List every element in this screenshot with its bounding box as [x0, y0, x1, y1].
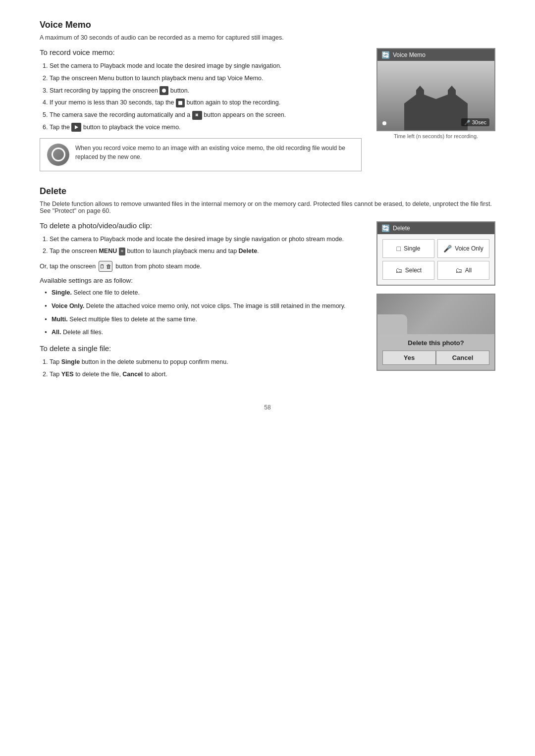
confirm-overlay: Delete this photo? Yes Cancel	[377, 334, 494, 370]
delete-ui: 🔄 Delete □ Single 🎤 Voice Only 🗂 Select	[376, 221, 495, 286]
delete-right: 🔄 Delete □ Single 🎤 Voice Only 🗂 Select	[376, 221, 495, 384]
mic-icon: 🎤	[464, 120, 470, 125]
delete-intro: The Delete function allows to remove unw…	[40, 201, 495, 214]
mic-btn-icon: 🎤	[443, 245, 452, 252]
delete-step-1-text: Set the camera to Playback mode and loca…	[50, 236, 344, 243]
select-icon: 🗂	[395, 266, 402, 274]
option-all-btn[interactable]: 🗂 All	[437, 261, 489, 280]
note-box: When you record voice memo to an image w…	[40, 138, 362, 171]
confirm-question: Delete this photo?	[382, 339, 489, 347]
delete-header-icon: 🔄	[381, 224, 390, 232]
confirm-buttons: Yes Cancel	[382, 351, 489, 365]
confirm-ui: Delete this photo? Yes Cancel	[376, 294, 495, 371]
vm-caption: Time left (n seconds) for recording.	[376, 131, 495, 141]
step-5-text: The camera save the recording automatica…	[50, 111, 286, 118]
step-6-text: Tap the button to playback the voice mem…	[50, 124, 181, 131]
trash-bin-icon: 🗑	[106, 263, 111, 269]
cancel-label: Cancel	[122, 371, 143, 378]
voice-memo-intro: A maximum of 30 seconds of audio can be …	[40, 34, 495, 41]
delete-ui-header: 🔄 Delete	[377, 222, 494, 234]
single-step-1-text: Tap Single button in the delete submenu …	[50, 358, 228, 365]
vm-mic-dot	[382, 121, 386, 125]
menu-label: MENU	[99, 248, 117, 254]
step-3-text: Start recording by tapping the onscreen …	[50, 87, 189, 94]
or-tap-line: Or, tap the onscreen 🗒 🗑 button from pho…	[40, 261, 362, 272]
option-all-desc: Delete all files.	[63, 329, 103, 336]
all-btn-label: All	[465, 267, 472, 274]
select-btn-label: Select	[405, 267, 422, 274]
option-single-label: Single.	[52, 289, 72, 296]
record-title: To record voice memo:	[40, 48, 362, 56]
or-tap-suffix: button from photo steam mode.	[115, 263, 202, 270]
available-settings-title: Available settings are as follow:	[40, 277, 362, 284]
step-1-text: Set the camera to Playback mode and loca…	[50, 62, 281, 69]
page-number: 58	[40, 404, 495, 411]
voice-memo-title: Voice Memo	[40, 20, 495, 30]
voice-only-btn-label: Voice Only	[455, 245, 483, 252]
option-multi-desc: Select multiple files to delete at the s…	[69, 316, 197, 323]
option-voice-only-btn[interactable]: 🎤 Voice Only	[437, 239, 489, 258]
voice-memo-ui: 🔄 Voice Memo 🎤 30sec Time left (n second…	[376, 48, 495, 171]
delete-title: Delete	[40, 186, 495, 197]
single-icon: □	[397, 245, 401, 252]
timer-text: 30sec	[472, 119, 486, 125]
single-step-2: Tap YES to delete the file, Cancel to ab…	[50, 370, 362, 379]
menu-icon: ≡	[119, 248, 125, 255]
step-4-text: If your memo is less than 30 seconds, ta…	[50, 99, 280, 106]
option-select-btn[interactable]: 🗂 Select	[382, 261, 434, 280]
step-3: Start recording by tapping the onscreen …	[50, 86, 362, 96]
option-single-btn[interactable]: □ Single	[382, 239, 434, 258]
voice-memo-content: To record voice memo: Set the camera to …	[40, 48, 495, 171]
step-1: Set the camera to Playback mode and loca…	[50, 61, 362, 71]
single-step-1: Tap Single button in the delete submenu …	[50, 357, 362, 367]
step-6: Tap the button to playback the voice mem…	[50, 123, 362, 132]
delete-header-label: Delete	[393, 225, 410, 232]
delete-photo-title: To delete a photo/video/audio clip:	[40, 221, 362, 230]
option-single: Single. Select one file to delete.	[45, 288, 362, 298]
yes-button[interactable]: Yes	[382, 351, 436, 365]
delete-content: To delete a photo/video/audio clip: Set …	[40, 221, 495, 384]
delete-step-2-text: Tap the onscreen MENU ≡ button to launch…	[50, 248, 259, 254]
or-tap-text: Or, tap the onscreen	[40, 263, 96, 270]
option-single-desc: Select one file to delete.	[73, 289, 139, 296]
step-5: The camera save the recording automatica…	[50, 110, 362, 120]
save-icon: ▣	[192, 111, 202, 120]
vm-header: 🔄 Voice Memo	[377, 49, 494, 61]
play-icon	[71, 123, 81, 132]
delete-left: To delete a photo/video/audio clip: Set …	[40, 221, 362, 384]
delete-section: Delete The Delete function allows to rem…	[40, 186, 495, 384]
delete-step-1: Set the camera to Playback mode and loca…	[50, 235, 362, 244]
vm-header-label: Voice Memo	[393, 51, 426, 58]
note-camera-icon	[47, 144, 69, 166]
delete-step-2: Tap the onscreen MENU ≡ button to launch…	[50, 247, 362, 256]
option-multi-label: Multi.	[52, 316, 68, 323]
vm-timer: 🎤 30sec	[461, 118, 489, 126]
delete-steps-list: Set the camera to Playback mode and loca…	[40, 235, 362, 256]
option-voice-label: Voice Only.	[52, 302, 84, 309]
voice-memo-screenshot: 🔄 Voice Memo 🎤 30sec	[376, 48, 495, 131]
option-all: All. Delete all files.	[45, 328, 362, 337]
options-list: Single. Select one file to delete. Voice…	[40, 288, 362, 337]
delete-single-title: To delete a single file:	[40, 344, 362, 353]
single-steps-list: Tap Single button in the delete submenu …	[40, 357, 362, 379]
vm-header-icon: 🔄	[381, 51, 390, 59]
vm-image-area: 🎤 30sec	[377, 61, 494, 130]
cancel-button[interactable]: Cancel	[436, 351, 489, 365]
single-btn-label: Single	[404, 245, 420, 252]
all-icon: 🗂	[455, 266, 462, 274]
voice-memo-section: Voice Memo A maximum of 30 seconds of au…	[40, 20, 495, 171]
option-voice-desc: Delete the attached voice memo only, not…	[86, 302, 346, 309]
confirm-image	[377, 295, 494, 334]
option-all-label: All.	[52, 329, 61, 336]
trash-icon: 🗒 🗑	[99, 261, 112, 272]
single-step-2-text: Tap YES to delete the file, Cancel to ab…	[50, 371, 167, 378]
record-icon	[160, 86, 168, 95]
yes-label: YES	[61, 371, 74, 378]
step-2: Tap the onscreen Menu button to launch p…	[50, 74, 362, 83]
voice-memo-instructions: To record voice memo: Set the camera to …	[40, 48, 362, 171]
stop-icon	[176, 99, 185, 107]
trash-copy-icon: 🗒	[100, 263, 105, 269]
option-multi: Multi. Select multiple files to delete a…	[45, 315, 362, 324]
step-4: If your memo is less than 30 seconds, ta…	[50, 98, 362, 107]
record-steps-list: Set the camera to Playback mode and loca…	[40, 61, 362, 132]
